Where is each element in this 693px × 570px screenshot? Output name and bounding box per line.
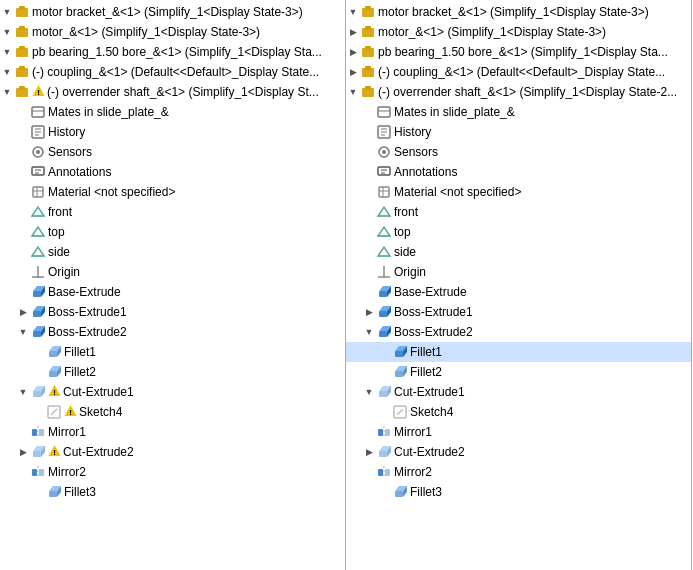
tree-item-pb_bearing[interactable]: ▼pb bearing_1.50 bore_&<1> (Simplify_1<D…	[0, 42, 345, 62]
tree-item-sensors[interactable]: Sensors	[0, 142, 345, 162]
tree-item-boss_extrude2[interactable]: ▼Boss-Extrude2	[0, 322, 345, 342]
svg-text:!: !	[53, 388, 56, 397]
tree-item-origin[interactable]: Origin	[0, 262, 345, 282]
svg-rect-130	[378, 469, 383, 476]
item-label: Material <not specified>	[48, 185, 345, 199]
tree-item-overrender_shaft[interactable]: ▼ ! (-) overrender shaft_&<1> (Simplify_…	[0, 82, 345, 102]
svg-rect-58	[32, 429, 37, 436]
right-tree: ▼motor bracket_&<1> (Simplify_1<Display …	[346, 0, 691, 570]
expand-open-btn[interactable]: ▼	[362, 385, 376, 399]
tree-item-side[interactable]: side	[0, 242, 345, 262]
item-label: Material <not specified>	[394, 185, 691, 199]
tree-item-top[interactable]: top	[0, 222, 345, 242]
item-label: motor bracket_&<1> (Simplify_1<Display S…	[378, 5, 691, 19]
item-label: Base-Extrude	[48, 285, 345, 299]
expand-open-btn[interactable]: ▼	[0, 5, 14, 19]
expand-open-btn[interactable]: ▼	[346, 85, 360, 99]
tree-item-motor[interactable]: ▼motor_&<1> (Simplify_1<Display State-3>…	[0, 22, 345, 42]
tree-item-base_extrude_r[interactable]: Base-Extrude	[346, 282, 691, 302]
item-label: top	[48, 225, 345, 239]
svg-rect-125	[385, 429, 390, 436]
expand-closed-btn[interactable]: ▶	[16, 305, 30, 319]
tree-item-mirror2_r[interactable]: Mirror2	[346, 462, 691, 482]
tree-item-mirror2[interactable]: Mirror2	[0, 462, 345, 482]
expand-open-btn[interactable]: ▼	[0, 25, 14, 39]
tree-item-fillet2[interactable]: Fillet2	[0, 362, 345, 382]
plane-icon	[376, 224, 392, 240]
tree-item-fillet1[interactable]: Fillet1	[0, 342, 345, 362]
warn-badge: !	[48, 384, 63, 400]
svg-point-19	[36, 150, 40, 154]
expand-open-btn[interactable]: ▼	[0, 85, 14, 99]
tree-item-cut_extrude2_r[interactable]: ▶Cut-Extrude2	[346, 442, 691, 462]
item-label: Base-Extrude	[394, 285, 691, 299]
fillet-icon	[392, 484, 408, 500]
item-label: side	[48, 245, 345, 259]
tree-item-motor_bracket_r[interactable]: ▼motor bracket_&<1> (Simplify_1<Display …	[346, 2, 691, 22]
tree-item-coupling[interactable]: ▼(-) coupling_&<1> (Default<<Default>_Di…	[0, 62, 345, 82]
tree-item-origin_r[interactable]: Origin	[346, 262, 691, 282]
tree-item-coupling_r[interactable]: ▶(-) coupling_&<1> (Default<<Default>_Di…	[346, 62, 691, 82]
item-label: Sketch4	[410, 405, 691, 419]
tree-item-mirror1_r[interactable]: Mirror1	[346, 422, 691, 442]
svg-rect-37	[33, 311, 41, 317]
tree-item-material_r[interactable]: Material <not specified>	[346, 182, 691, 202]
svg-rect-49	[33, 391, 41, 397]
tree-item-sketch4_r[interactable]: Sketch4	[346, 402, 691, 422]
item-label: Annotations	[394, 165, 691, 179]
tree-item-overrender_shaft_r[interactable]: ▼(-) overrender shaft_&<1> (Simplify_1<D…	[346, 82, 691, 102]
expand-closed-btn[interactable]: ▶	[362, 445, 376, 459]
tree-item-top_r[interactable]: top	[346, 222, 691, 242]
tree-item-fillet2_r[interactable]: Fillet2	[346, 362, 691, 382]
tree-item-annotations_r[interactable]: Annotations	[346, 162, 691, 182]
tree-item-motor_bracket[interactable]: ▼motor bracket_&<1> (Simplify_1<Display …	[0, 2, 345, 22]
tree-item-boss_extrude1_r[interactable]: ▶Boss-Extrude1	[346, 302, 691, 322]
tree-item-fillet1_r[interactable]: Fillet1	[346, 342, 691, 362]
fillet-icon	[46, 484, 62, 500]
expand-closed-btn[interactable]: ▶	[362, 305, 376, 319]
item-label: Boss-Extrude2	[48, 325, 345, 339]
left-tree: ▼motor bracket_&<1> (Simplify_1<Display …	[0, 0, 345, 570]
tree-item-front[interactable]: front	[0, 202, 345, 222]
svg-rect-104	[379, 291, 387, 297]
tree-item-mates_r[interactable]: Mates in slide_plate_&	[346, 102, 691, 122]
tree-item-material[interactable]: Material <not specified>	[0, 182, 345, 202]
tree-item-motor_r[interactable]: ▶motor_&<1> (Simplify_1<Display State-3>…	[346, 22, 691, 42]
expand-open-btn[interactable]: ▼	[16, 385, 30, 399]
tree-item-cut_extrude2[interactable]: ▶ ! Cut-Extrude2	[0, 442, 345, 462]
tree-item-history_r[interactable]: History	[346, 122, 691, 142]
item-label: Fillet2	[410, 365, 691, 379]
tree-item-pb_bearing_r[interactable]: ▶pb bearing_1.50 bore_&<1> (Simplify_1<D…	[346, 42, 691, 62]
expand-closed-btn[interactable]: ▶	[346, 25, 360, 39]
expand-open-btn[interactable]: ▼	[0, 65, 14, 79]
tree-item-mirror1[interactable]: Mirror1	[0, 422, 345, 442]
tree-item-cut_extrude1_r[interactable]: ▼Cut-Extrude1	[346, 382, 691, 402]
tree-item-fillet3_r[interactable]: Fillet3	[346, 482, 691, 502]
tree-item-mates[interactable]: Mates in slide_plate_&	[0, 102, 345, 122]
tree-item-fillet3[interactable]: Fillet3	[0, 482, 345, 502]
item-label: motor_&<1> (Simplify_1<Display State-3>)	[378, 25, 691, 39]
tree-item-front_r[interactable]: front	[346, 202, 691, 222]
tree-item-boss_extrude2_r[interactable]: ▼Boss-Extrude2	[346, 322, 691, 342]
part-icon	[360, 84, 376, 100]
svg-marker-26	[32, 207, 44, 216]
cut-warn-icon	[30, 384, 46, 400]
svg-rect-81	[365, 86, 371, 90]
expand-closed-btn[interactable]: ▶	[346, 45, 360, 59]
expand-open-btn[interactable]: ▼	[16, 325, 30, 339]
tree-item-base_extrude[interactable]: Base-Extrude	[0, 282, 345, 302]
tree-item-history_l[interactable]: History	[0, 122, 345, 142]
expand-open-btn[interactable]: ▼	[362, 325, 376, 339]
tree-item-annotations[interactable]: Annotations	[0, 162, 345, 182]
expand-closed-btn[interactable]: ▶	[16, 445, 30, 459]
expand-open-btn[interactable]: ▼	[0, 45, 14, 59]
tree-item-sketch4[interactable]: ! Sketch4	[0, 402, 345, 422]
expand-open-btn[interactable]: ▼	[346, 5, 360, 19]
tree-item-boss_extrude1[interactable]: ▶Boss-Extrude1	[0, 302, 345, 322]
item-label: Fillet2	[64, 365, 345, 379]
svg-rect-69	[49, 491, 57, 497]
expand-closed-btn[interactable]: ▶	[346, 65, 360, 79]
tree-item-cut_extrude1[interactable]: ▼ ! Cut-Extrude1	[0, 382, 345, 402]
tree-item-side_r[interactable]: side	[346, 242, 691, 262]
tree-item-sensors_r[interactable]: Sensors	[346, 142, 691, 162]
